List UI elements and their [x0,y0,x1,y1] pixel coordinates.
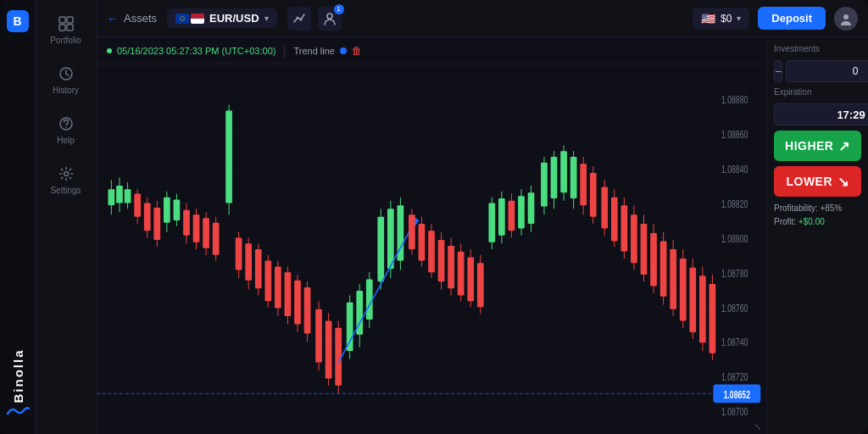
svg-rect-127 [560,151,567,192]
sidebar-history-label: History [53,86,79,95]
sidebar-item-history[interactable]: History [41,58,92,102]
svg-rect-137 [611,198,618,242]
higher-button[interactable]: HIGHER ↗ [774,131,861,161]
svg-rect-103 [438,240,445,281]
svg-rect-153 [689,268,696,332]
sidebar-item-portfolio[interactable]: Portfolio [41,8,92,52]
timestamp-text: 05/16/2023 05:27:33 PM (UTC+03:00) [117,46,275,56]
svg-rect-77 [315,309,322,363]
svg-rect-119 [518,196,525,228]
brand-name: Binolla [10,348,25,403]
svg-rect-75 [304,287,311,334]
balance-selector[interactable]: 🇺🇸 $0 ▾ [693,8,749,30]
svg-rect-123 [541,163,548,207]
indicators-btn[interactable] [287,7,311,31]
svg-rect-139 [621,205,628,252]
trend-dot-icon [340,47,347,54]
svg-rect-71 [285,272,292,316]
sidebar-item-help[interactable]: Help [41,108,92,152]
expiry-row: + − [774,103,861,125]
history-icon [58,65,75,82]
svg-point-7 [64,172,68,176]
sidebar: Portfolio History Help [36,0,97,434]
higher-label: HIGHER [785,139,833,153]
svg-rect-107 [458,252,465,296]
svg-rect-63 [245,243,252,281]
profit-value: +$0.00 [798,217,825,226]
svg-point-6 [65,126,67,128]
notification-badge: 1 [334,4,344,14]
svg-text:1.08880: 1.08880 [721,94,748,106]
svg-rect-97 [409,214,415,249]
pair-selector[interactable]: EUR/USD ▾ [167,8,277,28]
svg-point-11 [299,18,302,20]
investment-decrement-btn[interactable]: − [774,60,782,82]
svg-rect-3 [67,25,73,31]
toolbar-divider [284,44,285,58]
svg-rect-155 [699,275,706,342]
expiry-input[interactable] [774,103,868,125]
delete-trend-icon[interactable]: 🗑 [352,45,362,57]
main-content: ← Assets EUR/USD ▾ [97,0,868,434]
chart-canvas[interactable]: 05/16/2023 05:27:33 PM (UTC+03:00) Trend… [97,37,766,434]
assets-label-text: Assets [124,12,157,25]
svg-rect-2 [59,25,65,31]
sidebar-portfolio-label: Portfolio [50,36,81,45]
header-tools: 1 [287,7,342,31]
svg-rect-157 [709,284,716,353]
assets-selector[interactable]: ← Assets [107,12,157,25]
svg-rect-65 [255,249,262,288]
profitability-text: Profitability: +85% [774,202,861,215]
svg-rect-89 [377,217,384,281]
svg-rect-0 [59,17,65,23]
svg-rect-109 [467,258,474,302]
brand-bar: B Binolla [0,0,36,434]
investment-row: − $ + [774,60,861,82]
chart-toolbar: 05/16/2023 05:27:33 PM (UTC+03:00) Trend… [97,37,766,64]
trading-panel: Investments − $ + Expiration + − HIGH [766,37,868,434]
sidebar-settings-label: Settings [50,186,81,195]
svg-rect-133 [590,173,597,217]
svg-text:1.08720: 1.08720 [721,371,748,383]
trend-line-tool[interactable]: Trend line 🗑 [293,45,362,57]
settings-icon [58,165,75,182]
svg-text:1.08652: 1.08652 [724,388,750,400]
svg-rect-47 [164,198,170,223]
person-icon-btn[interactable]: 1 [318,7,342,31]
svg-rect-91 [387,209,394,269]
avatar[interactable] [834,7,858,31]
svg-rect-105 [448,246,454,288]
sidebar-help-label: Help [57,136,75,145]
svg-rect-37 [116,186,123,203]
svg-rect-79 [326,320,332,378]
svg-rect-149 [670,249,676,309]
svg-point-12 [327,14,332,19]
expiration-label: Expiration [774,87,861,97]
svg-rect-141 [631,214,637,263]
sidebar-item-settings[interactable]: Settings [41,159,92,202]
resize-handle-icon[interactable]: ⤡ [754,422,765,432]
svg-rect-73 [294,281,301,325]
header-right: 🇺🇸 $0 ▾ Deposit [693,7,858,31]
timestamp-dot [107,48,112,53]
deposit-button[interactable]: Deposit [758,7,826,30]
svg-rect-69 [275,266,281,308]
svg-rect-67 [264,261,271,302]
svg-text:1.08860: 1.08860 [721,129,748,141]
svg-rect-8 [178,15,186,22]
svg-rect-131 [580,164,587,205]
svg-rect-117 [509,201,515,231]
investments-label: Investments [774,44,861,53]
svg-rect-147 [660,241,667,296]
investment-input[interactable] [786,60,868,82]
candlestick-chart: 1.08880 1.08860 1.08840 1.08820 1.08800 … [97,64,766,434]
pair-chevron-icon: ▾ [264,14,269,23]
svg-rect-115 [498,198,505,236]
lower-button[interactable]: LOWER ↘ [774,166,861,197]
svg-rect-113 [488,203,495,242]
svg-rect-121 [528,192,535,224]
svg-point-10 [296,16,298,19]
svg-rect-83 [347,303,353,351]
svg-point-13 [843,14,849,19]
svg-rect-55 [203,218,209,248]
